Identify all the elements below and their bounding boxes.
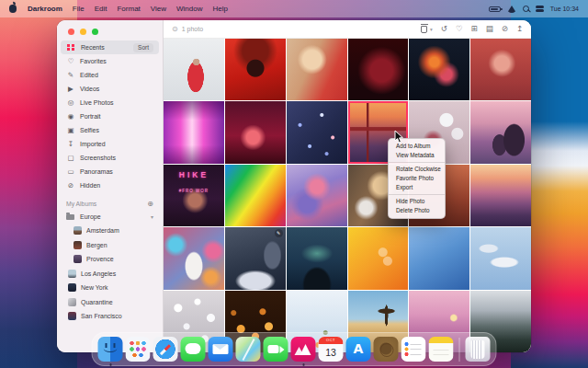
sort-button[interactable]: Sort (133, 43, 153, 52)
folder-label: Europe (80, 213, 101, 220)
sidebar-item-hidden[interactable]: ⊘ Hidden (61, 178, 159, 192)
photo-thumbnail[interactable] (225, 165, 286, 226)
sidebar-item-recents[interactable]: Recents Sort (61, 40, 159, 54)
neon-sign-text: HIKE (166, 170, 221, 179)
close-button[interactable] (68, 29, 74, 35)
notes-icon (429, 337, 454, 362)
context-item-favorite-photo[interactable]: Favorite Photo (389, 174, 445, 183)
chevron-down-icon[interactable]: ▾ (151, 213, 153, 220)
dock-darkroom[interactable] (291, 337, 316, 362)
menu-file[interactable]: File (73, 5, 85, 13)
wifi-icon[interactable] (507, 6, 516, 13)
selection-icon[interactable]: ⊙ (172, 25, 178, 33)
dock-safari[interactable] (153, 337, 178, 362)
dock-notes[interactable] (429, 337, 454, 362)
sidebar-album-san-francisco[interactable]: San Francisco (57, 309, 163, 324)
share-icon[interactable]: ↥ (516, 25, 523, 33)
album-thumbnail (68, 270, 76, 278)
hide-icon[interactable]: ⊘ (502, 25, 508, 33)
photo-thumbnail[interactable] (287, 101, 347, 163)
context-item-delete-photo[interactable]: Delete Photo (389, 206, 445, 215)
menu-separator (389, 194, 445, 195)
metadata-icon[interactable]: ▤ (486, 25, 493, 33)
context-item-rotate-clockwise[interactable]: Rotate Clockwise (389, 165, 445, 174)
dock-game-center[interactable] (374, 337, 399, 362)
photo-thumbnail[interactable] (287, 165, 347, 226)
photo-thumbnail[interactable] (470, 165, 531, 226)
add-to-album-icon[interactable]: ⊞ (471, 25, 478, 33)
spotlight-search-icon[interactable] (523, 6, 529, 12)
dock-trash[interactable] (466, 337, 491, 362)
sidebar-item-panoramas[interactable]: ▭ Panoramas (61, 165, 159, 178)
photo-thumbnail[interactable]: HIKE #FRO WOR (164, 165, 224, 226)
sidebar-item-live-photos[interactable]: ◎ Live Photos (61, 96, 159, 109)
menu-app-name[interactable]: Darkroom (28, 5, 62, 13)
photo-thumbnail[interactable] (164, 101, 224, 163)
photo-thumbnail[interactable] (287, 39, 347, 100)
dock-finder[interactable] (98, 337, 123, 362)
photo-thumbnail[interactable] (470, 39, 531, 100)
photo-thumbnail[interactable] (164, 39, 224, 100)
sidebar-item-label: Edited (80, 72, 98, 78)
photo-thumbnail[interactable] (470, 227, 531, 289)
sidebar-item-favorites[interactable]: ♡ Favorites (61, 54, 159, 68)
sidebar-album-new-york[interactable]: New York (57, 281, 163, 295)
dock-calendar[interactable]: OCT 13 (319, 337, 344, 362)
screenshot-icon: ▢ (66, 155, 75, 162)
photo-thumbnail[interactable] (225, 39, 286, 100)
sidebar-item-screenshots[interactable]: ▢ Screenshots (61, 151, 159, 165)
photo-thumbnail[interactable] (164, 227, 224, 289)
sidebar-album-bergen[interactable]: Bergen (57, 238, 163, 253)
photo-thumbnail[interactable] (287, 227, 347, 289)
sidebar-item-selfies[interactable]: ▣ Selfies (61, 123, 159, 137)
photo-thumbnail[interactable]: ✎ (225, 227, 286, 289)
trash-chevron-icon[interactable]: ▾ (430, 27, 433, 32)
album-label: San Francisco (81, 313, 122, 319)
sidebar-item-edited[interactable]: ✎ Edited (61, 68, 159, 82)
context-item-view-metadata[interactable]: View Metadata (389, 151, 445, 160)
sidebar-item-label: Videos (80, 86, 99, 92)
sidebar-item-imported[interactable]: ↧ Imported (61, 137, 159, 151)
photo-thumbnail[interactable] (348, 39, 409, 100)
apple-menu-icon[interactable] (9, 5, 17, 13)
menu-edit[interactable]: Edit (95, 5, 107, 13)
sidebar-album-quarantine[interactable]: Quarantine (57, 295, 163, 310)
minimize-button[interactable] (80, 29, 86, 35)
menu-format[interactable]: Format (117, 5, 140, 13)
control-center-icon[interactable] (536, 6, 544, 12)
menu-view[interactable]: View (151, 5, 166, 13)
battery-icon[interactable] (489, 6, 501, 12)
sidebar-item-videos[interactable]: ▶ Videos (61, 82, 159, 96)
album-label: Quarantine (81, 299, 113, 305)
trash-icon[interactable] (421, 26, 427, 33)
photo-thumbnail[interactable] (470, 101, 531, 163)
menu-help[interactable]: Help (212, 5, 227, 13)
rotate-icon[interactable]: ↺ (441, 25, 447, 33)
context-item-hide-photo[interactable]: Hide Photo (389, 197, 445, 206)
menu-window[interactable]: Window (176, 5, 202, 13)
dock-mail[interactable] (209, 337, 233, 362)
photo-thumbnail[interactable] (409, 227, 469, 289)
dock-reminders[interactable] (401, 337, 426, 362)
dock-launchpad[interactable] (126, 337, 151, 362)
sidebar-album-los-angeles[interactable]: Los Angeles (57, 267, 163, 282)
menu-bar-clock[interactable]: Tue 10:34 (550, 6, 579, 12)
sidebar-album-amsterdam[interactable]: Amsterdam (57, 224, 163, 238)
sidebar-item-portrait[interactable]: ◉ Portrait (61, 109, 159, 123)
context-item-export[interactable]: Export (389, 183, 445, 192)
photo-thumbnail[interactable] (348, 227, 409, 289)
sidebar-album-provence[interactable]: Provence (57, 252, 163, 267)
photo-thumbnail[interactable] (409, 39, 469, 100)
dock-maps[interactable] (236, 337, 261, 362)
album-thumbnail (74, 255, 82, 263)
album-thumbnail (74, 241, 82, 249)
menu-bar: Darkroom File Edit Format View Window He… (0, 0, 588, 17)
zoom-button[interactable] (92, 29, 98, 35)
add-album-icon[interactable]: ⊕ (147, 200, 153, 208)
photo-thumbnail[interactable] (225, 101, 286, 163)
dock-facetime[interactable] (264, 337, 288, 362)
dock-app-store[interactable]: A (346, 337, 371, 362)
sidebar-folder-europe[interactable]: Europe ▾ (57, 210, 163, 224)
favorite-icon[interactable]: ♡ (456, 25, 463, 33)
dock-messages[interactable] (181, 337, 206, 362)
